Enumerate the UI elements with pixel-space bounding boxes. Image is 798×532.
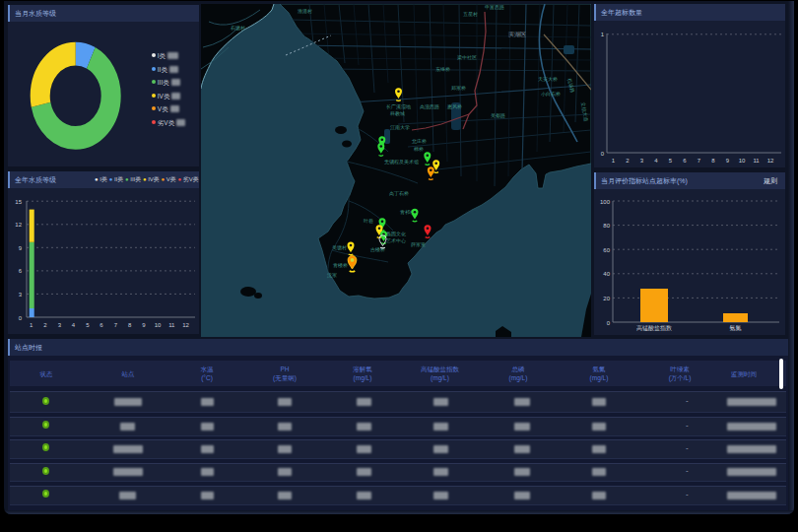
svg-text:石塘村: 石塘村 [231, 25, 245, 32]
svg-text:8: 8 [711, 158, 715, 164]
svg-text:20: 20 [603, 296, 610, 301]
svg-text:100: 100 [600, 199, 611, 205]
svg-text:9: 9 [19, 245, 23, 251]
svg-text:6: 6 [19, 268, 23, 274]
svg-text:长广溪湿地: 长广溪湿地 [386, 103, 411, 110]
svg-text:吴都路: 吴都路 [491, 112, 505, 119]
svg-text:0: 0 [19, 315, 23, 321]
svg-text:渔港村: 渔港村 [298, 8, 312, 15]
svg-text:叶巷: 叶巷 [364, 218, 373, 224]
svg-text:申富西路: 申富西路 [485, 4, 504, 11]
svg-text:40: 40 [603, 271, 610, 277]
svg-text:2: 2 [43, 322, 47, 328]
svg-text:12: 12 [15, 222, 22, 228]
svg-text:9: 9 [726, 158, 730, 164]
svg-text:5: 5 [669, 158, 673, 164]
svg-text:4: 4 [654, 158, 658, 164]
svg-text:东绛桥: 东绛桥 [435, 66, 450, 72]
svg-text:棉桥: 棉桥 [414, 146, 424, 152]
svg-text:2: 2 [626, 158, 630, 164]
svg-text:艺术中心: 艺术中心 [386, 237, 406, 243]
svg-text:氨氮: 氨氮 [730, 324, 742, 331]
svg-text:梁中社区: 梁中社区 [457, 54, 477, 60]
svg-text:1: 1 [612, 158, 616, 164]
svg-text:1: 1 [601, 32, 605, 37]
svg-text:5: 5 [86, 322, 90, 328]
svg-text:吴塘村: 吴塘村 [332, 244, 347, 251]
svg-text:10: 10 [155, 322, 162, 328]
svg-text:沈家: 沈家 [327, 272, 337, 279]
svg-text:青楼桥: 青楼桥 [333, 262, 348, 268]
svg-text:3: 3 [58, 322, 62, 328]
svg-text:60: 60 [603, 247, 610, 253]
svg-text:高丁石桥: 高丁石桥 [389, 190, 409, 197]
svg-text:1: 1 [30, 322, 33, 328]
svg-text:15: 15 [15, 199, 22, 205]
svg-text:11: 11 [753, 158, 760, 164]
svg-text:蠡园文化: 蠡园文化 [386, 231, 406, 237]
svg-text:12: 12 [182, 322, 189, 328]
svg-text:3: 3 [19, 292, 23, 298]
svg-text:6: 6 [100, 322, 103, 328]
svg-text:高锰酸盐指数: 高锰酸盐指数 [636, 324, 672, 332]
svg-text:10: 10 [739, 158, 746, 164]
svg-text:吉楼桥: 吉楼桥 [370, 246, 385, 252]
svg-text:北庄桥: 北庄桥 [412, 138, 427, 145]
svg-text:无锡程及美术馆: 无锡程及美术馆 [384, 159, 419, 166]
svg-text:高浪西路: 高浪西路 [420, 103, 439, 110]
svg-text:郑家桥: 郑家桥 [451, 85, 466, 91]
svg-text:0: 0 [607, 320, 611, 326]
svg-text:五星村: 五星村 [463, 11, 478, 18]
svg-text:科教城: 科教城 [390, 110, 405, 117]
svg-text:9: 9 [142, 322, 146, 328]
svg-text:滨湖区: 滨湖区 [508, 31, 526, 37]
svg-text:6: 6 [683, 158, 687, 164]
svg-text:小白石桥: 小白石桥 [541, 91, 561, 98]
svg-text:11: 11 [168, 322, 175, 328]
svg-text:3: 3 [640, 158, 644, 164]
svg-text:7: 7 [114, 322, 118, 328]
svg-text:4: 4 [72, 322, 76, 328]
svg-text:80: 80 [603, 223, 610, 229]
svg-text:天安大桥: 天安大桥 [538, 76, 558, 82]
svg-text:惠风桥: 惠风桥 [446, 103, 462, 109]
svg-text:8: 8 [128, 322, 132, 328]
svg-text:7: 7 [698, 158, 701, 164]
svg-text:薛家里: 薛家里 [411, 241, 426, 247]
svg-text:江南大学: 江南大学 [390, 124, 410, 131]
svg-text:0: 0 [601, 151, 605, 157]
svg-text:12: 12 [767, 158, 774, 164]
